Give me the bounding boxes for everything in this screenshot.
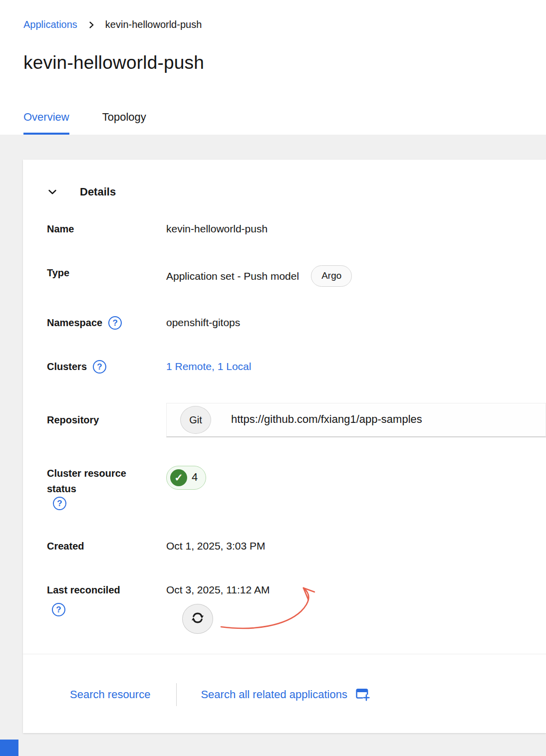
angle-down-icon[interactable] [47,187,58,197]
name-label: Name [47,221,166,237]
outlined-question-circle-icon[interactable]: ? [53,497,66,510]
search-related-applications-label: Search all related applications [201,688,347,701]
details-card: Details Name kevin-helloworld-push Type … [23,160,546,733]
sync-button[interactable] [182,604,213,634]
field-type: Type Application set - Push model Argo [47,265,546,287]
check-circle-icon: ✓ [170,469,187,486]
angle-right-icon [86,20,96,30]
field-namespace: Namespace ? openshift-gitops [47,315,546,331]
breadcrumb-current: kevin-helloworld-push [105,19,202,30]
page-content: Details Name kevin-helloworld-push Type … [0,135,546,756]
tab-overview[interactable]: Overview [23,111,69,135]
details-section-header: Details [47,186,546,198]
created-value: Oct 1, 2025, 3:03 PM [166,539,526,553]
field-clusters: Clusters ? 1 Remote, 1 Local [47,359,546,375]
tab-topology[interactable]: Topology [102,111,146,135]
status-badge[interactable]: ✓ 4 [166,466,206,490]
repository-url: https://github.com/fxiang1/app-samples [231,412,422,427]
open-new-search-window-icon [355,688,370,702]
clusters-link[interactable]: 1 Remote, 1 Local [166,359,251,374]
last-reconciled-value: Oct 3, 2025, 11:12 AM [166,582,526,597]
namespace-value: openshift-gitops [166,315,526,330]
repository-label: Repository [47,412,166,428]
outlined-question-circle-icon[interactable]: ? [52,603,65,616]
field-cluster-resource-status: Cluster resource status ? ✓ 4 [47,466,546,510]
type-label: Type [47,265,166,281]
search-related-applications-link[interactable]: Search all related applications [201,688,370,702]
page-header: Applications kevin-helloworld-push kevin… [0,0,546,135]
argo-badge: Argo [311,265,352,287]
status-count: 4 [192,470,198,485]
name-value: kevin-helloworld-push [166,221,526,236]
field-repository: Repository Git https://github.com/fxiang… [47,403,546,437]
cluster-resource-status-label: Cluster resource status [47,466,149,497]
clusters-label: Clusters [47,359,87,375]
outlined-question-circle-icon[interactable]: ? [108,316,122,330]
search-resource-link[interactable]: Search resource [70,688,150,701]
last-reconciled-label: Last reconciled [47,584,120,595]
tab-bar: Overview Topology [23,111,179,135]
field-name: Name kevin-helloworld-push [47,221,546,237]
field-created: Created Oct 1, 2025, 3:03 PM [47,539,546,554]
git-badge: Git [180,406,211,434]
sync-arrows-icon [190,610,205,627]
details-heading: Details [80,186,116,198]
namespace-label: Namespace [47,315,102,331]
page-title: kevin-helloworld-push [23,52,546,73]
breadcrumb: Applications kevin-helloworld-push [23,19,546,30]
breadcrumb-link-applications[interactable]: Applications [23,19,77,30]
created-label: Created [47,539,166,554]
type-value: Application set - Push model [166,269,299,283]
bottom-left-accent-bar [0,740,18,756]
repository-input: Git https://github.com/fxiang1/app-sampl… [166,403,546,437]
field-last-reconciled: Last reconciled ? Oct 3, 2025, 11:12 AM [47,582,546,634]
vertical-divider [176,683,177,706]
outlined-question-circle-icon[interactable]: ? [93,360,106,374]
card-footer-links: Search resource Search all related appli… [47,654,546,733]
